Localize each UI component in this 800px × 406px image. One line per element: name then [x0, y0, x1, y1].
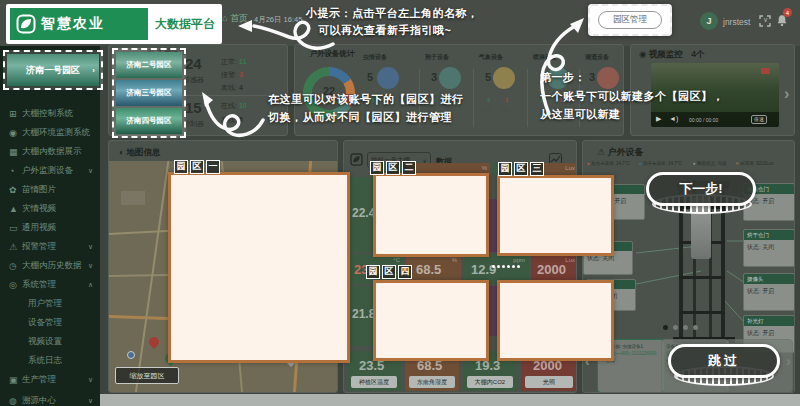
logo-highlight-box: 智慧农业 大数据平台	[6, 4, 222, 44]
video-time: 00:00 / 00:00	[689, 117, 718, 123]
device-count: 3	[589, 71, 595, 83]
park-area-box-3	[497, 175, 614, 256]
fullscreen-icon[interactable]	[759, 15, 771, 27]
sidebar-item-system-logs[interactable]: 系统日志	[0, 352, 100, 369]
sidebar-item-disaster-video[interactable]: ▲灾情视频	[0, 200, 100, 217]
video-controls: ▶ ◄) 00:00 / 00:00 倍速	[651, 112, 779, 127]
table-icon: ▦	[9, 147, 22, 157]
park-area-box-1	[168, 172, 350, 363]
flower-icon: ✿	[9, 185, 22, 195]
monitor-icon: ◉	[9, 128, 22, 138]
platform-name-wrap[interactable]: 大数据平台	[150, 8, 220, 40]
sensor-count: 24	[185, 55, 202, 72]
device-blob	[377, 67, 399, 89]
chevron-down-icon: ∨	[88, 397, 93, 405]
sidebar-item-history-data[interactable]: ◷大棚内历史数据∨	[0, 257, 100, 274]
sidebar-item-device-management[interactable]: 设备管理	[0, 314, 100, 331]
divider	[473, 69, 474, 127]
device-col-name: 虫情设备	[363, 53, 387, 62]
clock-icon: ◷	[9, 261, 22, 271]
status-card[interactable]: 摄像头 状态: 开启	[743, 273, 795, 311]
device-col-name: 灌溉设备	[585, 53, 609, 62]
sidebar-item-outdoor-devices[interactable]: ◔户外监测设备∨	[0, 162, 100, 179]
tip-step-line2: 从这里可以新建	[540, 107, 621, 122]
sidebar-item-alarm-management[interactable]: ⚠报警管理∨	[0, 238, 100, 255]
park-selector-highlight: 济南一号园区 ›	[3, 50, 103, 90]
stat-row: 离线: 5	[221, 115, 243, 125]
chevron-right-icon: ›	[92, 66, 95, 75]
tip-step-title: 第一步：	[540, 70, 586, 85]
tip-switch-line2: 切换，从而对不同【园区】进行管理	[268, 110, 452, 125]
device-count: 5	[367, 71, 373, 83]
sidebar-item-production-management[interactable]: ▣生产管理∨	[0, 371, 100, 388]
map-pin-red[interactable]	[147, 335, 161, 349]
next-button[interactable]: 下一步!	[646, 172, 756, 206]
brand-name: 智慧农业	[41, 15, 105, 33]
outdoor-stats-title: ◌ 户外设备统计	[303, 49, 355, 59]
device-col-name: 孢子设备	[425, 53, 449, 62]
notification-badge: 4	[783, 8, 792, 17]
device-count: 5	[485, 71, 491, 83]
sidebar-item-seedling-photos[interactable]: ✿苗情图片	[0, 181, 100, 198]
speed-button[interactable]: 倍速	[751, 115, 767, 124]
device-col-name: 气象设备	[479, 53, 503, 62]
chevron-down-icon: ∨	[88, 262, 93, 270]
carousel-right-icon[interactable]: ›	[784, 85, 789, 103]
sidebar-item-user-management[interactable]: 用户管理	[0, 295, 100, 312]
header-datetime: 4月26日 16:45	[254, 15, 302, 25]
tip-switch-line1: 在这里可以对该账号下的【园区】进行	[268, 92, 464, 107]
grid-icon: ⊞	[9, 109, 22, 119]
online-count: 4	[487, 97, 490, 103]
avatar[interactable]: J	[700, 12, 718, 30]
sidebar-item-general-video[interactable]: ▭通用视频	[0, 219, 100, 236]
sidebar-item-video-settings[interactable]: 视频设置	[0, 333, 100, 350]
warning-icon: ⚠	[9, 242, 22, 252]
footer-strip	[100, 394, 800, 406]
park-option-2[interactable]: 济南二号园区	[116, 52, 182, 78]
globe-icon: ◐	[119, 147, 127, 157]
current-park-selector[interactable]: 济南一号园区 ›	[7, 54, 99, 86]
park-option-3[interactable]: 济南三号园区	[116, 80, 182, 106]
brand-logo[interactable]: 智慧农业	[10, 8, 148, 40]
map-pin-blue[interactable]	[127, 351, 135, 359]
zoom-to-park-button[interactable]: 缩放至园区	[115, 367, 179, 384]
tip-step-line1: 一个账号下可以新建多个【园区】，	[540, 89, 724, 104]
camera-icon: ◉	[639, 49, 649, 59]
circle-icon: ◍	[9, 396, 22, 406]
play-icon[interactable]: ▶	[656, 115, 661, 123]
sidebar-item-system-management[interactable]: ◎系统管理∧	[0, 276, 100, 293]
username[interactable]: jnrstest	[723, 17, 750, 27]
video-alert-badge	[761, 68, 770, 74]
divider	[527, 69, 528, 127]
park-manage-button[interactable]: 园区管理	[598, 11, 662, 29]
stat-row: 离线: 4	[221, 83, 243, 93]
offline-count: 1	[505, 97, 508, 103]
sidebar-item-env-monitor[interactable]: ◉大棚环境监测系统	[0, 124, 100, 141]
controller-label: 控制器	[183, 119, 204, 129]
sidebar-item-data-display[interactable]: ▦大棚内数据展示	[0, 143, 100, 160]
controller-count: 15	[185, 99, 202, 116]
chevron-down-icon: ∨	[88, 243, 93, 251]
leaf-logo-icon	[16, 14, 36, 34]
video-panel-title: ◉ 视频监控 4个	[639, 49, 704, 61]
nav-home[interactable]: ⌂ 首页	[222, 12, 248, 25]
volume-icon[interactable]: ◄)	[669, 115, 678, 122]
stat-row: 正常: 11	[221, 57, 246, 67]
sidebar-item-greenhouse-control[interactable]: ⊞大棚控制系统	[0, 105, 100, 122]
stat-row: 报警: 3	[221, 70, 243, 80]
carousel-dots[interactable]	[663, 325, 698, 330]
park-option-4[interactable]: 济南四号园区	[116, 108, 182, 134]
park-label-3: 园区三	[498, 157, 546, 176]
sidebar-item-trace-center[interactable]: ◍溯源中心∨	[0, 392, 100, 406]
avatar-letter: J	[706, 16, 711, 26]
skip-button[interactable]: 跳过	[668, 344, 780, 378]
map-panel-title: ◐ 地图信息	[119, 147, 161, 159]
video-count: 4个	[691, 49, 704, 59]
pager-dots	[492, 265, 520, 268]
device-count: 3	[431, 71, 437, 83]
home-icon: ⌂	[222, 13, 227, 23]
offline-label: 离线	[500, 107, 509, 112]
alert-icon: ▲	[9, 204, 22, 214]
chevron-down-icon: ∨	[88, 167, 93, 175]
status-card[interactable]: 烘干仓门 状态: 关闭	[743, 229, 795, 267]
